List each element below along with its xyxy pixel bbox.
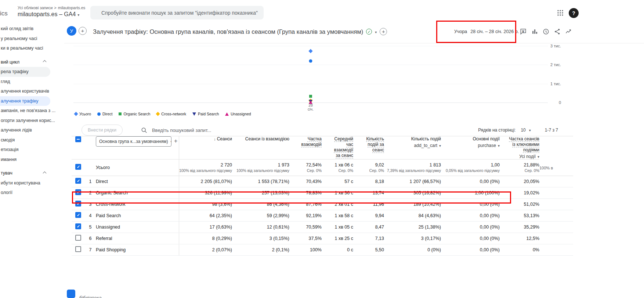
legend-item[interactable]: Unassigned xyxy=(225,112,251,116)
chevron-down-icon xyxy=(538,154,539,159)
metric-selector[interactable]: purchase xyxy=(441,143,500,148)
sidebar-item[interactable]: алучення лідів xyxy=(0,125,50,135)
column-header[interactable]: Сеанси із взаємодією xyxy=(232,136,289,159)
totals-cell: 1 хв 06 сСер. 0% xyxy=(322,159,353,176)
breadcrumb[interactable]: Усі облікові записи > milautoparts.es xyxy=(18,6,85,10)
chevron-down-icon[interactable] xyxy=(375,28,377,35)
library-item[interactable]: бібліотека xyxy=(67,290,102,298)
sidebar-item[interactable]: етизація xyxy=(0,145,50,155)
legend-item[interactable]: Усього xyxy=(75,112,91,116)
breadcrumb-property[interactable]: milautoparts.es xyxy=(58,6,86,10)
legend-item[interactable]: Organic Search xyxy=(119,112,150,116)
sidebar-item[interactable]: ибути користувача xyxy=(0,178,50,188)
help-icon[interactable]: ? xyxy=(569,8,579,18)
metric-selector[interactable]: add_to_cart xyxy=(384,143,441,148)
data-quality-check-icon[interactable] xyxy=(366,29,372,35)
column-header[interactable]: Кількість подійadd_to_cart xyxy=(384,136,441,159)
column-header[interactable]: Часткавзаємодій xyxy=(289,136,322,159)
compare-bars-icon[interactable] xyxy=(531,28,538,35)
top-app-bar: ics Усі облікові записи > milautoparts.e… xyxy=(0,0,644,24)
data-point-усього[interactable] xyxy=(308,49,312,53)
apps-grid-icon[interactable] xyxy=(557,10,564,16)
add-report-icon[interactable] xyxy=(380,28,387,35)
metric-cell: 3 (0,17%) xyxy=(384,233,441,244)
table-search-input[interactable]: Введіть пошуковий запит... xyxy=(141,127,211,133)
data-point-organic-search[interactable] xyxy=(309,95,312,98)
column-header-line: із ключовими xyxy=(500,142,539,147)
legend-item[interactable]: Cross-network xyxy=(156,112,186,116)
sidebar-item[interactable]: огорти залучення корис... xyxy=(0,116,50,126)
share-icon[interactable] xyxy=(554,28,561,35)
row-checkbox[interactable] xyxy=(75,201,81,207)
metric-cell: 70,59% xyxy=(289,222,322,233)
metric-cell: 3 (0,15%) xyxy=(232,233,289,244)
chevron-down-icon xyxy=(439,143,441,148)
sidebar-item[interactable]: ки в реальному часі xyxy=(0,43,50,53)
legend-item[interactable]: Paid Search xyxy=(192,112,219,116)
metric-selector[interactable]: Усі події xyxy=(500,154,539,159)
legend-item[interactable]: Direct xyxy=(97,112,112,116)
channel-name: Unassigned xyxy=(96,222,179,233)
metric-cell: 1 хв 25 с xyxy=(322,233,353,244)
feedback-icon[interactable] xyxy=(520,28,527,35)
sidebar-item[interactable]: алучення трафіку xyxy=(0,96,50,106)
sidebar-item[interactable]: у реальному часі xyxy=(0,34,50,44)
row-checkbox[interactable] xyxy=(75,235,81,241)
sidebar-item[interactable]: ології xyxy=(0,188,50,198)
column-header[interactable]: Частка сеансівіз ключовимиподіямиУсі под… xyxy=(500,136,539,159)
trending-icon[interactable] xyxy=(565,28,572,35)
metric-cell: 1 хв 58 с xyxy=(322,210,353,222)
insights-icon[interactable] xyxy=(542,28,550,35)
add-comparison-icon[interactable] xyxy=(79,27,87,35)
metric-cell: 12,5% xyxy=(500,233,539,244)
row-checkbox[interactable] xyxy=(75,246,81,252)
table-row: 7Paid Shopping2 (0,07%)2 (0,1%)100%0 с5,… xyxy=(72,244,573,256)
add-dimension-icon[interactable] xyxy=(174,138,177,144)
sidebar-item-label: имання xyxy=(1,157,17,162)
global-search-input[interactable]: Спробуйте виконати пошук за запитом "іде… xyxy=(90,6,264,19)
column-header[interactable]: Кількістьподій засеанс xyxy=(353,136,384,159)
metric-cell: 0,00 (0%) xyxy=(441,210,500,222)
sidebar-item[interactable]: алучення користувачів xyxy=(0,86,50,96)
breadcrumb-account[interactable]: Усі облікові записи xyxy=(18,6,53,10)
metric-cell: 0% xyxy=(500,244,539,256)
totals-overflow-cell: 100% в xyxy=(539,159,573,176)
column-header-line: взаємодій xyxy=(289,142,322,147)
avatar[interactable]: У xyxy=(67,26,76,36)
sidebar-item-label: огорти залучення корис... xyxy=(1,118,55,123)
metric-cell: 2 205 (81,07%) xyxy=(179,176,232,187)
select-all-checkbox[interactable] xyxy=(75,136,81,142)
totals-cell: 2 720100% від загального підсумку xyxy=(179,159,232,176)
metric-cell: 0 (0%) xyxy=(384,244,441,256)
row-checkbox[interactable] xyxy=(75,189,81,195)
row-checkbox[interactable] xyxy=(75,212,81,218)
totals-value: 2 720 xyxy=(179,162,232,168)
edit-rows-button[interactable]: Внести рядки xyxy=(82,125,123,136)
sidebar-item[interactable]: ампанія, не пов'язана з ... xyxy=(0,106,50,116)
row-checkbox[interactable] xyxy=(75,164,81,170)
sidebar-item[interactable]: имання xyxy=(0,155,50,165)
dimension-selector-value: Основна група к...за умовчанням) xyxy=(99,139,168,144)
column-header[interactable]: Середнійчасвзаємодіїза сеанс xyxy=(322,136,353,159)
sidebar-section[interactable]: тувач xyxy=(0,168,64,178)
row-checkbox[interactable] xyxy=(75,223,81,229)
data-point-unassigned[interactable] xyxy=(309,101,312,104)
row-number-header xyxy=(85,136,96,159)
row-checkbox[interactable] xyxy=(75,178,81,184)
sidebar-section[interactable]: вий цикл xyxy=(0,57,64,67)
data-point-direct[interactable] xyxy=(309,59,312,62)
date-range-picker[interactable]: Учора 28 січ. – 28 січ. 2026 р. xyxy=(454,24,524,40)
totals-subtext: 0,05% від загального підсумку xyxy=(441,168,500,173)
sidebar-item[interactable]: гляд xyxy=(0,77,50,87)
column-header[interactable]: Основні подіїpurchase xyxy=(441,136,500,159)
avatar-letter: У xyxy=(70,28,73,34)
sidebar-item[interactable]: кий огляд звітів xyxy=(0,24,50,34)
sidebar-item[interactable]: рела трафіку xyxy=(0,67,50,77)
sidebar-item-label: алучення трафіку xyxy=(1,98,39,104)
search-icon xyxy=(141,127,147,133)
column-header[interactable]: ↓Сеанси xyxy=(179,136,232,159)
dimension-selector[interactable]: Основна група к...за умовчанням) xyxy=(96,136,171,147)
sidebar-item[interactable]: смодія xyxy=(0,135,50,145)
property-selector[interactable]: milautoparts.es – GA4 xyxy=(18,11,85,18)
rows-per-page-select[interactable]: 10 xyxy=(521,128,531,133)
